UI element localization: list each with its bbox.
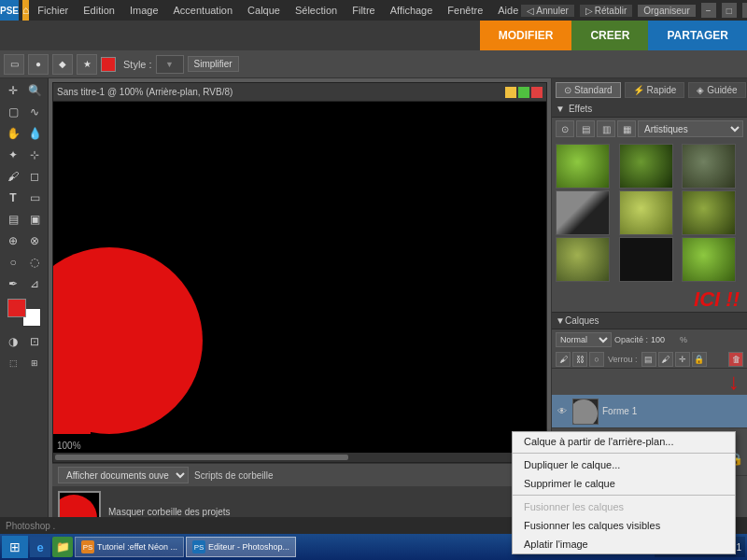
delete-layer-icon[interactable]: 🗑	[728, 352, 743, 367]
fullscreen-btn[interactable]: ⊡	[24, 331, 45, 352]
layer-link-icon[interactable]: ⛓	[572, 352, 587, 367]
dodge-tool[interactable]: ○	[3, 252, 23, 273]
magic-wand-tool[interactable]: ✦	[3, 145, 23, 165]
text-tool[interactable]: T	[3, 188, 23, 208]
taskbar-ie-icon[interactable]: e	[30, 537, 50, 557]
ctx-item-delete[interactable]: Supprimer le calque	[513, 474, 735, 493]
eyedrop-tool[interactable]: 💧	[24, 123, 45, 144]
taskbar-folder-icon[interactable]: 📁	[52, 537, 73, 557]
menu-aide[interactable]: Aide	[495, 3, 521, 18]
effects-btn-4[interactable]: ▦	[617, 120, 636, 137]
menu-calque[interactable]: Calque	[245, 3, 283, 18]
effect-thumb-5[interactable]	[619, 190, 673, 235]
effect-thumb-4[interactable]	[556, 190, 610, 235]
undo-button[interactable]: ◁ Annuler	[521, 5, 573, 17]
layer-mask-icon[interactable]: ○	[589, 352, 604, 367]
layer-vis-forme1[interactable]: 👁	[556, 405, 569, 418]
creer-tab[interactable]: CREER	[571, 21, 648, 50]
hand-tool[interactable]: ✋	[3, 123, 23, 144]
menu-affichage[interactable]: Affichage	[388, 3, 436, 18]
move-tool[interactable]: ✛	[3, 80, 23, 101]
lock-all-icon[interactable]: 🔒	[692, 352, 707, 367]
taskbar-btn-neon[interactable]: PS Tutoriel :effet Néon ...	[75, 537, 184, 557]
crop-tool[interactable]: ⊹	[24, 145, 45, 165]
canvas-content[interactable]: 100%	[53, 102, 546, 453]
extra-btn-2[interactable]: ⊞	[24, 353, 45, 373]
shape-tool-btn[interactable]: ▭	[4, 54, 24, 75]
start-button[interactable]: ⊞	[2, 536, 28, 558]
effect-thumb-9[interactable]	[682, 237, 736, 282]
ctx-item-flatten[interactable]: Aplatir l'image	[513, 535, 735, 553]
lasso-tool[interactable]: ∿	[24, 102, 45, 122]
foreground-color-swatch[interactable]	[7, 299, 26, 317]
eraser-tool[interactable]: ◻	[24, 166, 45, 187]
h-scroll-thumb[interactable]	[55, 455, 348, 460]
menu-edition[interactable]: Edition	[80, 3, 118, 18]
pen-tool[interactable]: ✒	[3, 273, 23, 294]
layer-brush-icon[interactable]: 🖌	[556, 352, 571, 367]
zoom-tool[interactable]: 🔍	[24, 80, 45, 101]
standard-subtab[interactable]: ⊙ Standard	[556, 82, 621, 98]
effects-category-dropdown[interactable]: Artistiques	[638, 120, 743, 137]
minimize-button[interactable]: −	[701, 3, 716, 18]
documents-dropdown[interactable]: Afficher documents ouverts	[58, 467, 189, 483]
menu-selection[interactable]: Sélection	[292, 3, 340, 18]
effect-thumb-2[interactable]	[619, 144, 673, 189]
brush-tool[interactable]: 🖌	[3, 166, 23, 187]
gradient-tool[interactable]: ▤	[3, 209, 23, 230]
shape-poly-btn[interactable]: ◆	[52, 54, 73, 75]
menu-filtre[interactable]: Filtre	[349, 3, 377, 18]
effect-thumb-1[interactable]	[556, 144, 610, 189]
blur-tool[interactable]: ◌	[24, 252, 45, 273]
partager-tab[interactable]: PARTAGER	[648, 21, 747, 50]
effects-btn-2[interactable]: ▤	[576, 120, 595, 137]
redo-button[interactable]: ▷ Rétablir	[580, 5, 632, 17]
shape-tool[interactable]: ▭	[24, 188, 45, 208]
effect-thumb-6[interactable]	[682, 190, 736, 235]
calques-header[interactable]: ▼ Calques	[552, 313, 747, 329]
menu-fenetre[interactable]: Fenêtre	[444, 3, 486, 18]
rapide-subtab[interactable]: ⚡ Rapide	[625, 82, 685, 98]
clone-tool[interactable]: ⊕	[3, 231, 23, 251]
modifier-tab[interactable]: MODIFIER	[480, 21, 572, 50]
shape-circle-btn[interactable]: ●	[28, 54, 49, 75]
effects-btn-1[interactable]: ⊙	[556, 120, 574, 137]
style-dropdown[interactable]: ▼	[156, 55, 184, 74]
effets-section-header[interactable]: ▼ Effets	[552, 101, 747, 118]
effect-thumb-7[interactable]	[556, 237, 610, 282]
taskbar-btn-editor[interactable]: PS Editeur - Photoshop...	[186, 537, 296, 557]
blend-mode-select[interactable]: Normal	[556, 332, 612, 347]
guidee-subtab[interactable]: ◈ Guidée	[688, 82, 745, 98]
effect-thumb-8[interactable]	[619, 237, 673, 282]
ctx-item-merge-visible[interactable]: Fusionner les calques visibles	[513, 516, 735, 535]
home-icon[interactable]: ⌂	[22, 0, 29, 21]
ctx-item-duplicate[interactable]: Dupliquer le calque...	[513, 455, 735, 474]
ctx-item-from-background[interactable]: Calque à partir de l'arrière-plan...	[513, 432, 735, 451]
paint-tool[interactable]: ▣	[24, 209, 45, 230]
menu-fichier[interactable]: Fichier	[35, 3, 71, 18]
canvas-minimize[interactable]	[505, 87, 516, 98]
lock-transparency-icon[interactable]: ▤	[641, 352, 656, 367]
layer-row-forme1[interactable]: 👁 Forme 1	[552, 395, 747, 428]
heal-tool[interactable]: ⊗	[24, 231, 45, 251]
extra-btn-1[interactable]: ⬚	[3, 353, 23, 373]
menu-accentuation[interactable]: Accentuation	[171, 3, 236, 18]
selection-tool[interactable]: ▢	[3, 102, 23, 122]
close-button[interactable]: ×	[742, 3, 747, 18]
shape-star-btn[interactable]: ★	[77, 54, 97, 75]
effets-arrow-icon: ▼	[556, 104, 565, 114]
path-tool[interactable]: ⊿	[24, 273, 45, 294]
simplifier-button[interactable]: Simplifier	[188, 56, 239, 72]
effects-btn-3[interactable]: ▥	[597, 120, 615, 137]
canvas-close[interactable]	[531, 87, 543, 98]
effect-thumb-3[interactable]	[682, 144, 736, 189]
lock-paint-icon[interactable]: 🖌	[658, 352, 673, 367]
organizer-button[interactable]: Organiseur	[638, 5, 695, 17]
horizontal-scrollbar[interactable]	[53, 453, 546, 462]
mask-mode-btn[interactable]: ◑	[3, 331, 23, 352]
canvas-restore[interactable]	[518, 87, 529, 98]
lock-move-icon[interactable]: ✛	[675, 352, 690, 367]
color-swatch[interactable]	[101, 57, 116, 72]
restore-button[interactable]: □	[722, 3, 737, 18]
menu-image[interactable]: Image	[127, 3, 162, 18]
